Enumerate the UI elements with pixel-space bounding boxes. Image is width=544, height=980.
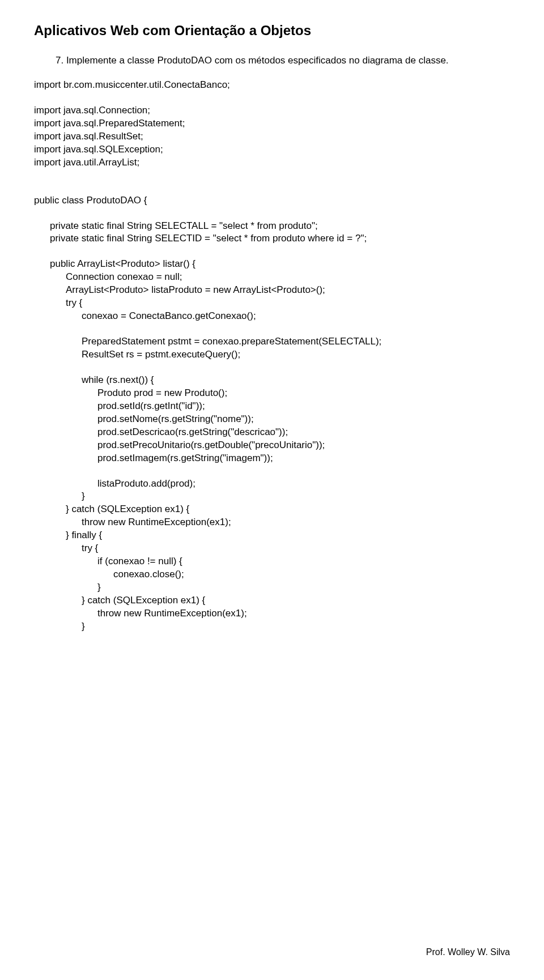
code-line: } catch (SQLException ex1) {	[34, 594, 510, 607]
code-line: try {	[34, 542, 510, 555]
method-listar-add-catch: listaProduto.add(prod); } } catch (SQLEx…	[34, 478, 510, 633]
code-line: prod.setImagem(rs.getString("imagem"));	[34, 452, 510, 465]
code-line: while (rs.next()) {	[34, 374, 510, 387]
code-line: conexao = ConectaBanco.getConexao();	[34, 310, 510, 323]
code-line: private static final String SELECTALL = …	[34, 220, 510, 233]
code-line: private static final String SELECTID = "…	[34, 232, 510, 245]
import-group-2: import java.sql.Connection; import java.…	[34, 104, 510, 169]
code-line: prod.setDescricao(rs.getString("descrica…	[34, 426, 510, 439]
code-line: throw new RuntimeException(ex1);	[34, 516, 510, 529]
method-listar-header: public ArrayList<Produto> listar() { Con…	[34, 258, 510, 323]
code-line: PreparedStatement pstmt = conexao.prepar…	[34, 335, 510, 348]
code-line: try {	[34, 297, 510, 310]
code-line: } catch (SQLException ex1) {	[34, 503, 510, 516]
code-line: prod.setId(rs.getInt("id"));	[34, 400, 510, 413]
code-line: Connection conexao = null;	[34, 271, 510, 284]
code-line: listaProduto.add(prod);	[34, 478, 510, 491]
code-line: ResultSet rs = pstmt.executeQuery();	[34, 348, 510, 361]
code-line: }	[34, 490, 510, 503]
code-line: ArrayList<Produto> listaProduto = new Ar…	[34, 284, 510, 297]
method-listar-while: while (rs.next()) { Produto prod = new P…	[34, 374, 510, 465]
field-group: private static final String SELECTALL = …	[34, 220, 510, 246]
code-line: if (conexao != null) {	[34, 555, 510, 568]
code-line: import java.sql.ResultSet;	[34, 130, 510, 143]
code-line: import br.com.musiccenter.util.ConectaBa…	[34, 79, 510, 92]
footer-author: Prof. Wolley W. Silva	[426, 947, 510, 957]
code-line: public ArrayList<Produto> listar() {	[34, 258, 510, 271]
code-line: prod.setNome(rs.getString("nome"));	[34, 413, 510, 426]
code-line: conexao.close();	[34, 568, 510, 581]
code-line: } finally {	[34, 529, 510, 542]
import-group-1: import br.com.musiccenter.util.ConectaBa…	[34, 79, 510, 92]
code-line: import java.sql.Connection;	[34, 104, 510, 117]
exercise-heading: 7. Implemente a classe ProdutoDAO com os…	[56, 54, 510, 67]
code-line: }	[34, 581, 510, 594]
code-line: import java.sql.SQLException;	[34, 143, 510, 156]
code-line: import java.util.ArrayList;	[34, 156, 510, 169]
page-title: Aplicativos Web com Orientação a Objetos	[34, 23, 510, 39]
method-listar-stmt: PreparedStatement pstmt = conexao.prepar…	[34, 335, 510, 361]
code-line: throw new RuntimeException(ex1);	[34, 607, 510, 620]
code-line: prod.setPrecoUnitario(rs.getDouble("prec…	[34, 439, 510, 452]
code-line: public class ProdutoDAO {	[34, 194, 510, 207]
code-line: Produto prod = new Produto();	[34, 387, 510, 400]
class-declaration: public class ProdutoDAO {	[34, 194, 510, 207]
code-line: import java.sql.PreparedStatement;	[34, 117, 510, 130]
code-line: }	[34, 620, 510, 633]
